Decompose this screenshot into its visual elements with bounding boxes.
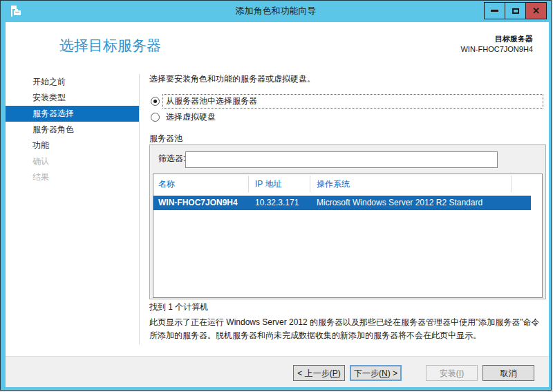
- button-accel: N: [382, 368, 388, 378]
- radio-select-from-server-pool[interactable]: 从服务器池中选择服务器: [149, 94, 543, 108]
- button-label: 下一步(: [354, 368, 382, 378]
- radio-button-icon[interactable]: [151, 113, 160, 122]
- column-separator: [248, 176, 249, 192]
- server-row-selected[interactable]: WIN-FHOC7JON9H4 10.32.3.171 Microsoft Wi…: [153, 196, 531, 210]
- target-server-block: 目标服务器 WIN-FHOC7JON9H4: [460, 34, 533, 55]
- close-icon: ✕: [532, 6, 540, 15]
- window-title: 添加角色和功能向导: [1, 1, 551, 22]
- close-button[interactable]: ✕: [525, 2, 547, 19]
- previous-button[interactable]: < 上一步(P): [293, 365, 345, 381]
- radio-select-virtual-hard-disk[interactable]: 选择虚拟硬盘: [149, 110, 543, 124]
- radio-label: 从服务器池中选择服务器: [162, 94, 543, 109]
- button-accel: P: [332, 368, 338, 378]
- column-header-os[interactable]: 操作系统: [317, 174, 350, 194]
- step-features[interactable]: 功能: [6, 138, 139, 153]
- instruction-text: 选择要安装角色和功能的服务器或虚拟硬盘。: [149, 73, 315, 85]
- step-installation-type[interactable]: 安装类型: [6, 90, 139, 106]
- step-before-you-begin[interactable]: 开始之前: [6, 74, 139, 90]
- step-server-roles[interactable]: 服务器角色: [6, 122, 139, 138]
- step-server-selection[interactable]: 服务器选择: [6, 106, 139, 122]
- button-label: < 上一步(: [297, 368, 332, 378]
- server-os-cell: Microsoft Windows Server 2012 R2 Standar…: [317, 196, 482, 210]
- server-pool-group-box: 筛选器: 名称 IP 地址 操作系统 WIN-FHOC7JON9H4 10.32…: [149, 144, 546, 299]
- computers-found-count: 找到 1 个计算机: [149, 301, 208, 313]
- button-label: 安装(: [440, 368, 459, 378]
- title-bar[interactable]: 添加角色和功能向导 ✕: [1, 1, 551, 22]
- wizard-footer: < 上一步(P) 下一步(N) > 安装(I) 取消: [6, 356, 549, 387]
- wizard-steps-nav: 开始之前 安装类型 服务器选择 服务器角色 功能 确认 结果: [6, 74, 139, 185]
- filter-input[interactable]: [185, 151, 498, 168]
- table-header-row: 名称 IP 地址 操作系统: [153, 174, 542, 194]
- server-pool-table: 名称 IP 地址 操作系统 WIN-FHOC7JON9H4 10.32.3.17…: [153, 174, 543, 298]
- step-results: 结果: [6, 169, 139, 185]
- sidebar-divider: [139, 74, 140, 344]
- filter-row: 筛选器:: [158, 153, 185, 165]
- step-confirmation: 确认: [6, 153, 139, 169]
- target-server-label: 目标服务器: [460, 34, 533, 44]
- cancel-button[interactable]: 取消: [482, 365, 534, 381]
- radio-button-icon[interactable]: [151, 97, 160, 106]
- server-pool-group-label: 服务器池: [149, 133, 182, 144]
- window-controls: ✕: [485, 2, 547, 19]
- column-separator: [511, 176, 512, 192]
- install-button[interactable]: 安装(I): [426, 365, 478, 381]
- button-label: ): [338, 368, 341, 378]
- server-ip-cell: 10.32.3.171: [255, 196, 299, 210]
- column-header-name[interactable]: 名称: [158, 174, 175, 194]
- maximize-icon: [512, 8, 519, 14]
- filter-label: 筛选器:: [158, 153, 185, 165]
- next-button[interactable]: 下一步(N) >: [350, 365, 402, 381]
- minimize-button[interactable]: [484, 2, 505, 19]
- column-separator: [310, 176, 310, 192]
- column-header-ip[interactable]: IP 地址: [255, 174, 281, 194]
- wizard-content: 选择目标服务器 目标服务器 WIN-FHOC7JON9H4 开始之前 安装类型 …: [6, 22, 549, 387]
- server-name-cell: WIN-FHOC7JON9H4: [158, 196, 238, 210]
- button-label: ): [461, 368, 464, 378]
- page-note-text: 此页显示了正在运行 Windows Server 2012 的服务器以及那些已经…: [149, 316, 545, 342]
- button-label: ) >: [388, 368, 397, 378]
- minimize-icon: [491, 10, 498, 12]
- maximize-button[interactable]: [505, 2, 526, 19]
- page-title: 选择目标服务器: [59, 36, 161, 55]
- target-server-name: WIN-FHOC7JON9H4: [460, 44, 533, 55]
- wizard-window: 添加角色和功能向导 ✕ 选择目标服务器 目标服务器 WIN-FHOC7JON9H…: [0, 0, 552, 391]
- radio-label: 选择虚拟硬盘: [162, 110, 543, 124]
